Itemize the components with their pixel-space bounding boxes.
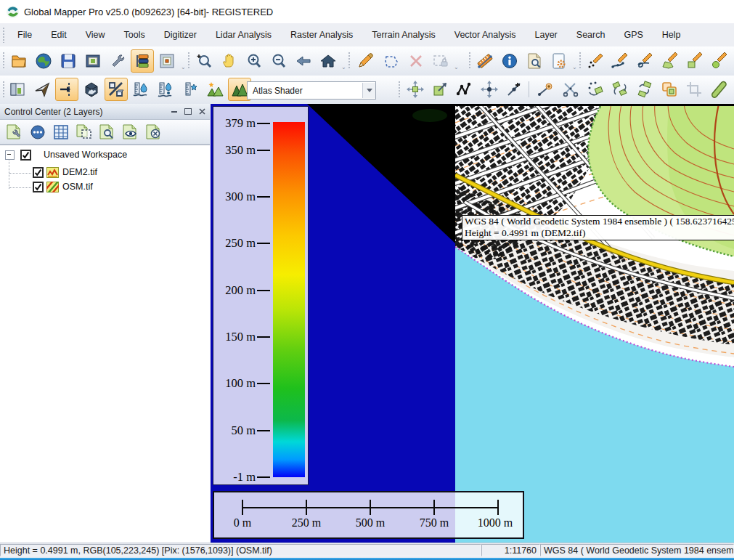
path-profile-button[interactable] [55, 78, 78, 101]
panel-close-button[interactable] [196, 107, 208, 117]
map-layout-button[interactable] [81, 49, 105, 73]
measure-pen-button[interactable] [707, 78, 730, 101]
create-freehand-button[interactable] [633, 49, 656, 73]
toolbar-overflow-chevron[interactable]: ⌄ [454, 64, 459, 70]
open-online-data-button[interactable] [32, 49, 55, 73]
tree-row-layer-dem2[interactable]: DEM2.tif [0, 166, 97, 179]
rotate-points-button[interactable] [584, 78, 607, 101]
menu-view[interactable]: View [76, 24, 115, 46]
profile-panel-button[interactable] [6, 78, 29, 101]
attribute-editor-button[interactable] [547, 49, 571, 73]
menu-terrain-analysis[interactable]: Terrain Analysis [362, 24, 445, 46]
panel-maximize-button[interactable] [182, 107, 194, 117]
water-level-rise-button[interactable] [129, 78, 152, 101]
shader-dropdown[interactable]: Atlas Shader [247, 81, 376, 100]
layer-options-button[interactable] [3, 122, 26, 142]
elevation-gradient-bar [273, 122, 305, 477]
menu-digitizer[interactable]: Digitizer [155, 24, 206, 46]
rotate-features-button[interactable] [608, 78, 632, 101]
menu-help[interactable]: Help [653, 24, 690, 46]
split-feature-button[interactable] [559, 78, 582, 101]
3d-view-button[interactable] [80, 78, 103, 101]
panel-minimize-button[interactable] [168, 107, 180, 117]
mountains-icon [231, 81, 248, 98]
layer-attributes-button[interactable] [49, 122, 73, 142]
create-point-button[interactable] [584, 49, 607, 73]
pixel-to-3d-toggle-button[interactable] [105, 78, 128, 101]
toolbar-overflow-chevron[interactable]: ⌄ [341, 64, 346, 70]
pencil-freehand-icon [636, 52, 653, 70]
search-vector-data-button[interactable] [523, 49, 546, 73]
toolbar-analysis: Atlas Shader [0, 76, 734, 105]
menu-layer[interactable]: Layer [526, 24, 567, 46]
zoom-tool-button[interactable] [193, 49, 216, 73]
layer-metadata-button[interactable] [26, 122, 49, 142]
measure-tool-button[interactable] [473, 49, 497, 73]
close-layer-button[interactable] [142, 122, 166, 142]
map-scale-bar: 0 m 250 m 500 m 750 m 1000 m [213, 491, 524, 539]
configuration-button[interactable] [106, 49, 129, 73]
edit-vertices-button[interactable] [453, 78, 476, 101]
legend-tick-label: 50 m [215, 423, 256, 438]
copy-features-button[interactable] [658, 78, 681, 101]
toolbar-grip [579, 52, 582, 70]
zoom-in-button[interactable] [242, 49, 266, 73]
snap-vertex-button[interactable] [534, 78, 558, 101]
menu-raster-analysis[interactable]: Raster Analysis [281, 24, 362, 46]
zoom-to-layer-button[interactable] [73, 122, 96, 142]
create-line-button[interactable] [608, 49, 632, 73]
layer-osm-checkbox[interactable] [33, 182, 44, 192]
previous-view-button[interactable] [292, 49, 315, 73]
tree-row-layer-osm[interactable]: OSM.tif [0, 180, 93, 193]
back-arrow-icon [295, 52, 312, 70]
layer-dem2-checkbox[interactable] [33, 167, 44, 178]
menu-tools[interactable]: Tools [115, 24, 155, 46]
menu-file[interactable]: File [8, 24, 41, 46]
shift-features-button[interactable] [633, 78, 656, 101]
control-center-header[interactable]: Control Center (2 Layers) [0, 104, 210, 120]
layer-search-button[interactable] [96, 122, 119, 142]
gps-tracking-button[interactable] [30, 78, 54, 101]
pan-tool-button[interactable] [218, 49, 241, 73]
layer-visibility-button[interactable] [119, 122, 142, 142]
hand-pan-icon [221, 52, 238, 70]
watershed-button[interactable] [154, 78, 177, 101]
create-area-button[interactable] [658, 49, 681, 73]
menu-edit[interactable]: Edit [41, 24, 76, 46]
scale-feature-button[interactable] [428, 78, 452, 101]
feature-info-button[interactable] [498, 49, 521, 73]
toolbar-grip [348, 52, 351, 70]
layer-tree: Unsaved Workspace DEM2.tif OSM.tif [0, 145, 210, 543]
map-view[interactable]: 379 m 350 m 300 m 250 m 200 m 150 m 100 … [211, 104, 734, 543]
create-rectangle-button[interactable] [682, 49, 706, 73]
toolbar-overflow-chevron[interactable]: ⌄ [181, 64, 186, 70]
flood-simulation-button[interactable] [179, 78, 202, 101]
tree-expander-collapse[interactable] [5, 150, 15, 160]
save-workspace-button[interactable] [57, 49, 80, 73]
add-vertex-button[interactable] [502, 78, 526, 101]
select-features-button[interactable] [380, 49, 403, 73]
shader-dropdown-arrow-button[interactable] [362, 83, 375, 98]
control-center-button[interactable] [131, 49, 154, 73]
status-bar: Height = 0.4991 m, RGB(105,223,245) [Pix… [0, 543, 734, 559]
create-circle-button[interactable] [707, 49, 730, 73]
daylight-shader-button[interactable] [203, 78, 227, 101]
status-cursor-text: Height = 0.4991 m, RGB(105,223,245) [Pix… [4, 545, 272, 556]
tree-row-workspace[interactable]: Unsaved Workspace [0, 148, 127, 161]
menu-search[interactable]: Search [567, 24, 615, 46]
legend-tick-label: 100 m [215, 376, 256, 391]
open-file-button[interactable] [7, 49, 30, 73]
overview-map-button[interactable] [155, 49, 179, 73]
workspace-checkbox[interactable] [20, 150, 31, 161]
legend-tick [257, 243, 270, 244]
digitizer-edit-button[interactable] [354, 49, 377, 73]
zoom-out-button[interactable] [267, 49, 290, 73]
move-feature-button[interactable] [404, 78, 427, 101]
toolbar-overflow-chevron[interactable]: ⌄ [572, 64, 577, 70]
menu-lidar-analysis[interactable]: Lidar Analysis [206, 24, 281, 46]
status-scale-text: 1:11760 [505, 545, 537, 556]
full-view-button[interactable] [317, 49, 340, 73]
menu-vector-analysis[interactable]: Vector Analysis [445, 24, 526, 46]
move-vertex-button[interactable] [478, 78, 501, 101]
menu-gps[interactable]: GPS [614, 24, 652, 46]
